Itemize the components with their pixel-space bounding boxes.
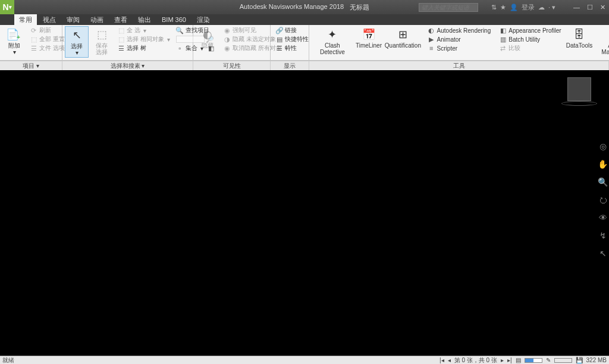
append-icon: 📄+ xyxy=(7,27,22,42)
help-dropdown[interactable]: · ▾ xyxy=(548,4,555,11)
panel-select-search: ↖ 选择▾ ⬚ 保存 选择 ⬚全 选▾ ⬚选择 相同对象▾ ☰选择 树 🔍查找项… xyxy=(62,25,193,60)
search-input[interactable] xyxy=(419,3,478,12)
sheet-browser-icon[interactable]: ▤ xyxy=(516,357,521,363)
nav-last-icon[interactable]: ▸| xyxy=(507,357,512,363)
nav-first-icon[interactable]: |◂ xyxy=(440,357,444,363)
minimize-button[interactable]: — xyxy=(573,4,580,11)
save-selection-button[interactable]: ⬚ 保存 选择 xyxy=(90,26,114,57)
panel-label-tools: 工具 xyxy=(309,61,609,70)
nav-prev-icon[interactable]: ◂ xyxy=(448,357,451,363)
require-icon: ◉ xyxy=(223,27,231,34)
hide-unselected-icon: ◑ xyxy=(223,36,231,43)
compare-button[interactable]: ⇄比较 xyxy=(497,44,563,52)
viewcube-compass[interactable] xyxy=(561,101,597,106)
tab-view[interactable]: 查看 xyxy=(109,14,132,26)
clash-icon: ✦ xyxy=(325,27,340,42)
quantification-button[interactable]: ⊞ Quantification xyxy=(384,26,421,50)
timeliner-icon: 📅 xyxy=(361,27,376,42)
tab-viewpoint[interactable]: 视点 xyxy=(38,14,61,26)
app-manager-icon: ⊞ xyxy=(605,27,609,42)
timeliner-button[interactable]: 📅 TimeLiner xyxy=(354,26,383,50)
properties-button[interactable]: ☰特性 xyxy=(273,44,311,52)
tab-home[interactable]: 常用 xyxy=(14,14,37,26)
status-memory: 322 MB xyxy=(586,357,607,363)
zoom-icon[interactable]: 🔍 xyxy=(598,177,608,187)
look-icon[interactable]: 👁 xyxy=(599,213,607,222)
sets-icon: ▫ xyxy=(176,45,184,52)
batch-utility-icon: ▥ xyxy=(499,36,507,43)
doc-title: 无标题 xyxy=(350,3,369,12)
clash-detective-button[interactable]: ✦ Clash Detective xyxy=(312,26,353,57)
find-icon: 🔍 xyxy=(176,27,184,34)
scripter-button[interactable]: ≡Scripter xyxy=(425,44,494,52)
orbit-icon[interactable]: ⭮ xyxy=(599,195,607,205)
app-logo: N▾ xyxy=(0,0,14,14)
nav-next-icon[interactable]: ▸ xyxy=(501,357,504,363)
status-sheets: 第 0 张，共 0 张 xyxy=(454,356,497,365)
cursor-icon: ↖ xyxy=(69,28,84,42)
unhide-icon: ◉ xyxy=(223,45,231,52)
links-icon: 🔗 xyxy=(275,27,283,34)
tab-render[interactable]: 渲染 xyxy=(192,14,215,26)
connect-icon[interactable]: ⇅ xyxy=(491,4,497,11)
ribbon-tabs: 常用 视点 审阅 动画 查看 输出 BIM 360 渲染 xyxy=(0,14,609,25)
quick-properties-button[interactable]: ▤快捷特性 xyxy=(273,35,311,43)
scripter-icon: ≡ xyxy=(428,45,435,52)
select-all-icon: ⬚ xyxy=(117,27,125,34)
cloud-icon[interactable]: ☁ xyxy=(538,4,545,11)
datatools-button[interactable]: 🗄 DataTools xyxy=(565,26,594,50)
autodesk-rendering-button[interactable]: ◐Autodesk Rendering xyxy=(425,26,494,34)
reset-icon: ⬚ xyxy=(30,36,37,43)
login-link[interactable]: 登录 xyxy=(522,3,535,12)
close-button[interactable]: ✕ xyxy=(600,4,605,11)
user-icon[interactable]: 👤 xyxy=(510,4,518,11)
panel-tools: ✦ Clash Detective 📅 TimeLiner ⊞ Quantifi… xyxy=(309,25,609,60)
tab-bim360[interactable]: BIM 360 xyxy=(157,15,191,24)
progress-bar-2 xyxy=(554,358,572,363)
panel-display: 🔗链接 ▤快捷特性 ☰特性 xyxy=(271,25,309,60)
panel-label-project[interactable]: 项目 ▾ xyxy=(0,61,62,70)
star-icon[interactable]: ★ xyxy=(500,4,506,11)
select-all-button[interactable]: ⬚全 选▾ xyxy=(115,26,172,34)
links-button[interactable]: 🔗链接 xyxy=(273,26,311,34)
hide-button[interactable]: ◐ 隐藏 xyxy=(196,26,219,50)
animator-icon: ▶ xyxy=(428,36,435,43)
app-title: Autodesk Navisworks Manage 2018 xyxy=(240,3,344,12)
refresh-icon: ⟳ xyxy=(30,27,37,34)
select-tool-icon[interactable]: ↖ xyxy=(599,249,607,258)
animator-button[interactable]: ▶Animator xyxy=(425,35,494,43)
append-button[interactable]: 📄+ 附加▾ xyxy=(2,26,26,57)
viewcube[interactable] xyxy=(567,77,591,101)
rendering-icon: ◐ xyxy=(428,27,435,34)
walk-icon[interactable]: ↯ xyxy=(599,231,607,240)
navigation-bar: ◎ ✋ 🔍 ⭮ 👁 ↯ ↖ xyxy=(598,142,608,258)
ribbon: 📄+ 附加▾ ⟳刷新 ⬚全部 重置... ☰文件 选项 ↖ 选择▾ ⬚ 保存 选… xyxy=(0,25,609,61)
steering-wheel-icon[interactable]: ◎ xyxy=(599,142,607,151)
appearance-profiler-button[interactable]: ◧Appearance Profiler xyxy=(497,26,563,34)
panel-labels: 项目 ▾ 选择和搜素 ▾ 可见性 显示 工具 xyxy=(0,61,609,70)
properties-icon: ☰ xyxy=(275,45,283,52)
panel-project: 📄+ 附加▾ ⟳刷新 ⬚全部 重置... ☰文件 选项 xyxy=(0,25,62,60)
tab-review[interactable]: 审阅 xyxy=(62,14,84,26)
appearance-profiler-icon: ◧ xyxy=(499,27,507,34)
select-same-button[interactable]: ⬚选择 相同对象▾ xyxy=(115,35,172,43)
viewport-3d[interactable]: ◎ ✋ 🔍 ⭮ 👁 ↯ ↖ xyxy=(0,70,609,356)
panel-label-select[interactable]: 选择和搜素 ▾ xyxy=(62,61,193,70)
maximize-button[interactable]: ☐ xyxy=(587,4,593,11)
panel-label-display: 显示 xyxy=(271,61,309,70)
tab-animation[interactable]: 动画 xyxy=(86,14,108,26)
pencil-icon[interactable]: ✎ xyxy=(546,357,551,363)
quick-properties-icon: ▤ xyxy=(275,36,283,43)
disk-icon[interactable]: 💾 xyxy=(576,357,583,363)
panel-label-visibility: 可见性 xyxy=(193,61,271,70)
search-box[interactable] xyxy=(419,3,478,12)
file-options-icon: ☰ xyxy=(30,45,37,52)
tab-output[interactable]: 输出 xyxy=(133,14,156,26)
pan-icon[interactable]: ✋ xyxy=(598,159,608,169)
selection-tree-button[interactable]: ☰选择 树 xyxy=(115,44,172,52)
status-bar: 就绪 |◂ ◂ 第 0 张，共 0 张 ▸ ▸| ▤ ✎ 💾 322 MB xyxy=(0,356,609,364)
progress-bar-1 xyxy=(525,358,542,363)
select-button[interactable]: ↖ 选择▾ xyxy=(65,26,89,58)
app-manager-button[interactable]: ⊞ App Manager xyxy=(595,26,609,57)
batch-utility-button[interactable]: ▥Batch Utility xyxy=(497,35,563,43)
